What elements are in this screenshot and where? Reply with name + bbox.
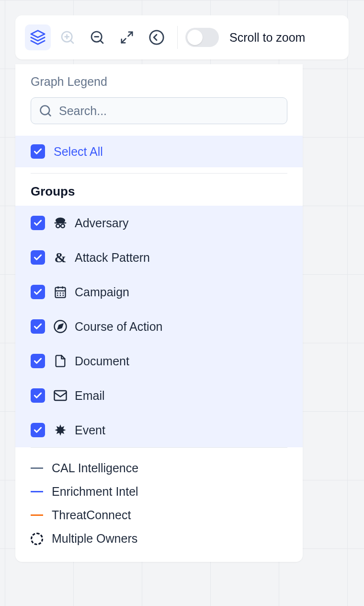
select-all-label: Select All: [54, 145, 103, 159]
check-icon: [33, 287, 43, 297]
legend-search-input[interactable]: [59, 104, 279, 118]
graph-toolbar: Scroll to zoom: [15, 15, 349, 59]
calendar-icon: [52, 283, 69, 301]
group-label: Email: [75, 389, 105, 403]
line-label: CAL Intelligence: [52, 461, 138, 475]
group-checkbox[interactable]: [31, 285, 45, 299]
zoom-in-icon: [60, 30, 75, 45]
legend-multiple-owners: Multiple Owners: [31, 527, 287, 550]
group-label: Attack Pattern: [75, 251, 150, 265]
line-label: ThreatConnect: [52, 508, 131, 522]
line-swatch: [31, 514, 43, 516]
select-all-checkbox[interactable]: [31, 144, 45, 159]
fit-screen-button[interactable]: [114, 24, 140, 50]
group-label: Adversary: [75, 216, 129, 230]
legend-search[interactable]: [31, 97, 287, 124]
zoom-in-button[interactable]: [55, 24, 80, 50]
svg-marker-0: [31, 31, 45, 37]
svg-line-8: [128, 32, 133, 36]
group-item-adversary[interactable]: Adversary: [15, 206, 303, 240]
check-icon: [33, 322, 43, 331]
toolbar-divider: [177, 26, 178, 49]
svg-point-10: [150, 31, 163, 44]
group-checkbox[interactable]: [31, 423, 45, 437]
group-checkbox[interactable]: [31, 216, 45, 230]
line-swatch: [31, 491, 43, 492]
zoom-out-icon: [90, 30, 105, 45]
scroll-zoom-label: Scroll to zoom: [229, 31, 305, 45]
check-icon: [33, 356, 43, 366]
check-icon: [33, 425, 43, 435]
svg-line-6: [100, 40, 103, 43]
svg-rect-15: [55, 222, 67, 224]
group-label: Course of Action: [75, 320, 162, 334]
line-swatch: [31, 467, 43, 469]
search-icon: [39, 104, 52, 117]
graph-legend-panel: Graph Legend Select All Groups Adversary…: [15, 64, 303, 562]
check-icon: [33, 147, 43, 156]
layers-icon: [30, 29, 46, 46]
group-item-event[interactable]: Event: [15, 413, 303, 447]
group-checkbox[interactable]: [31, 319, 45, 334]
svg-point-17: [61, 224, 65, 228]
compass-icon: [52, 318, 69, 335]
svg-rect-31: [55, 391, 67, 400]
groups-header: Groups: [15, 174, 303, 206]
burst-icon: [52, 421, 69, 439]
check-icon: [33, 391, 43, 400]
group-checkbox[interactable]: [31, 354, 45, 368]
line-label: Enrichment Intel: [52, 485, 138, 499]
legend-line-threatconnect: ThreatConnect: [31, 503, 287, 527]
group-checkbox[interactable]: [31, 388, 45, 403]
legend-lines: CAL Intelligence Enrichment Intel Threat…: [15, 448, 303, 550]
attack-pattern-icon: &: [52, 249, 69, 266]
group-item-campaign[interactable]: Campaign: [15, 275, 303, 309]
group-item-document[interactable]: Document: [15, 344, 303, 378]
svg-line-13: [48, 113, 50, 116]
reset-button[interactable]: [144, 24, 170, 50]
legend-line-cal: CAL Intelligence: [31, 456, 287, 480]
groups-list: Adversary & Attack Pattern Campaign Cour…: [15, 206, 303, 447]
reset-icon: [148, 29, 165, 46]
maximize-icon: [120, 30, 134, 45]
zoom-out-button[interactable]: [84, 24, 110, 50]
toggle-knob: [187, 30, 203, 45]
group-label: Document: [75, 354, 129, 368]
legend-line-enrichment: Enrichment Intel: [31, 480, 287, 503]
legend-title: Graph Legend: [31, 75, 287, 89]
select-all-row[interactable]: Select All: [15, 136, 303, 167]
group-checkbox[interactable]: [31, 250, 45, 265]
group-label: Campaign: [75, 285, 129, 299]
check-icon: [33, 218, 43, 228]
svg-line-9: [122, 39, 126, 43]
group-item-attack-pattern[interactable]: & Attack Pattern: [15, 240, 303, 275]
adversary-icon: [52, 214, 69, 232]
dashed-circle-icon: [31, 533, 43, 545]
svg-line-2: [70, 40, 73, 43]
email-icon: [52, 387, 69, 404]
svg-point-16: [56, 224, 60, 228]
multiple-owners-label: Multiple Owners: [52, 532, 137, 546]
scroll-zoom-toggle[interactable]: [185, 28, 219, 47]
group-label: Event: [75, 423, 105, 437]
check-icon: [33, 253, 43, 262]
document-icon: [52, 352, 69, 370]
group-item-course-of-action[interactable]: Course of Action: [15, 309, 303, 344]
group-item-email[interactable]: Email: [15, 378, 303, 413]
layers-button[interactable]: [25, 24, 51, 50]
svg-marker-30: [58, 324, 63, 329]
